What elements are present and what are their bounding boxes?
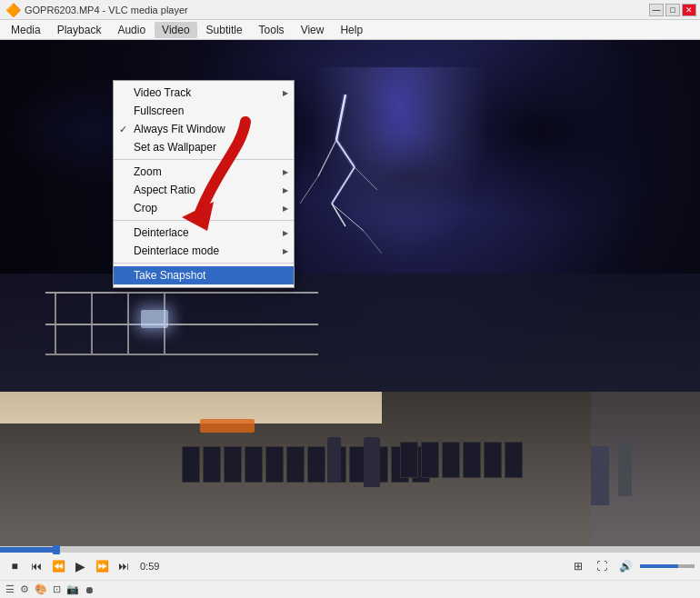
rail-bottom bbox=[45, 354, 318, 355]
person-2 bbox=[364, 437, 380, 487]
menu-wallpaper[interactable]: Set as Wallpaper bbox=[114, 138, 294, 156]
chair-r1 bbox=[400, 442, 418, 478]
svg-line-9 bbox=[336, 95, 345, 140]
chair-r6 bbox=[505, 442, 523, 478]
chair-r5 bbox=[484, 442, 502, 478]
svg-line-8 bbox=[355, 167, 377, 190]
menu-video[interactable]: Video bbox=[155, 22, 196, 38]
svg-line-4 bbox=[318, 140, 336, 176]
controls-row: ■ ⏮ ⏪ ▶ ⏩ ⏭ 0:59 ⊞ ⛶ 🔊 bbox=[0, 553, 700, 580]
forward-button[interactable]: ⏩ bbox=[93, 557, 111, 575]
svg-line-6 bbox=[332, 204, 364, 231]
chairs-right bbox=[400, 442, 523, 478]
separator-1 bbox=[114, 159, 294, 160]
menu-media[interactable]: Media bbox=[4, 22, 48, 38]
volume-slider[interactable] bbox=[640, 564, 695, 568]
menu-zoom[interactable]: Zoom bbox=[114, 163, 294, 181]
next-button[interactable]: ⏭ bbox=[115, 557, 133, 575]
chairs-container bbox=[182, 446, 430, 483]
menu-deinterlace-mode[interactable]: Deinterlace mode bbox=[114, 242, 294, 260]
right-controls: ⊞ ⛶ 🔊 bbox=[569, 557, 695, 575]
progress-handle bbox=[53, 545, 60, 554]
menu-video-track[interactable]: Video Track bbox=[114, 84, 294, 102]
chair-4 bbox=[245, 446, 263, 483]
svg-line-10 bbox=[336, 140, 355, 167]
menu-take-snapshot[interactable]: Take Snapshot bbox=[114, 266, 294, 284]
progress-bar[interactable] bbox=[0, 547, 700, 553]
video-area: Video Track Fullscreen Always Fit Window… bbox=[0, 40, 700, 564]
chair-3 bbox=[224, 446, 242, 483]
frame-icon[interactable]: ⊡ bbox=[53, 583, 61, 595]
record-icon[interactable]: ⏺ bbox=[85, 584, 95, 595]
menu-bar: Media Playback Audio Video Subtitle Tool… bbox=[0, 20, 700, 40]
aspect-ratio-button[interactable]: ⊞ bbox=[569, 557, 587, 575]
vlc-logo-icon: 🔶 bbox=[5, 3, 21, 17]
lightning-svg bbox=[273, 85, 418, 267]
svg-line-3 bbox=[332, 204, 345, 226]
menu-always-fit[interactable]: Always Fit Window bbox=[114, 120, 294, 138]
deck-section bbox=[0, 274, 700, 564]
chair-5 bbox=[265, 446, 284, 483]
deck-light bbox=[141, 310, 168, 328]
menu-view[interactable]: View bbox=[294, 22, 332, 38]
rail-mid bbox=[45, 324, 318, 325]
upper-deck-bg bbox=[0, 274, 700, 401]
time-display: 0:59 bbox=[140, 561, 159, 572]
svg-line-5 bbox=[300, 176, 318, 204]
menu-tools[interactable]: Tools bbox=[252, 22, 292, 38]
svg-line-7 bbox=[364, 231, 382, 254]
effects-icon[interactable]: 🎨 bbox=[35, 583, 47, 595]
close-button[interactable]: ✕ bbox=[682, 4, 696, 16]
chair-1 bbox=[182, 446, 200, 483]
menu-help[interactable]: Help bbox=[333, 22, 370, 38]
menu-subtitle[interactable]: Subtitle bbox=[199, 22, 250, 38]
minimize-button[interactable]: — bbox=[649, 4, 664, 16]
chair-2 bbox=[203, 446, 221, 483]
video-dropdown-menu: Video Track Fullscreen Always Fit Window… bbox=[113, 80, 295, 288]
person-1 bbox=[327, 437, 341, 483]
playlist-icon[interactable]: ☰ bbox=[5, 583, 15, 595]
rewind-button[interactable]: ⏪ bbox=[49, 557, 67, 575]
separator-2 bbox=[114, 220, 294, 221]
volume-fill bbox=[640, 564, 678, 568]
maximize-button[interactable]: □ bbox=[665, 4, 680, 16]
snapshot-icon[interactable]: 📷 bbox=[66, 583, 79, 595]
bottom-icons-row: ☰ ⚙ 🎨 ⊡ 📷 ⏺ bbox=[0, 580, 700, 598]
rail-top bbox=[45, 292, 318, 294]
chair-6 bbox=[286, 446, 305, 483]
window-title: GOPR6203.MP4 - VLC media player bbox=[25, 5, 188, 15]
chair-r2 bbox=[421, 442, 439, 478]
extended-settings-icon[interactable]: ⚙ bbox=[20, 583, 29, 595]
right-lit-area bbox=[591, 392, 700, 564]
menu-crop[interactable]: Crop bbox=[114, 199, 294, 217]
stop-button[interactable]: ■ bbox=[5, 557, 24, 575]
menu-playback[interactable]: Playback bbox=[50, 22, 109, 38]
fullscreen-button[interactable]: ⛶ bbox=[593, 557, 611, 575]
menu-fullscreen[interactable]: Fullscreen bbox=[114, 102, 294, 120]
svg-line-11 bbox=[332, 167, 355, 204]
menu-deinterlace[interactable]: Deinterlace bbox=[114, 224, 294, 242]
volume-button[interactable]: 🔊 bbox=[616, 557, 635, 575]
menu-aspect-ratio[interactable]: Aspect Ratio bbox=[114, 181, 294, 199]
chair-r4 bbox=[463, 442, 481, 478]
separator-3 bbox=[114, 263, 294, 264]
accent-light-1 bbox=[200, 419, 255, 433]
chair-r3 bbox=[442, 442, 460, 478]
window-controls: — □ ✕ bbox=[649, 4, 696, 16]
deck-overhang bbox=[0, 392, 382, 424]
play-button[interactable]: ▶ bbox=[71, 557, 89, 575]
title-bar: 🔶 GOPR6203.MP4 - VLC media player — □ ✕ bbox=[0, 0, 700, 20]
control-bar: ■ ⏮ ⏪ ▶ ⏩ ⏭ 0:59 ⊞ ⛶ 🔊 ☰ ⚙ 🎨 ⊡ 📷 ⏺ bbox=[0, 546, 700, 598]
prev-button[interactable]: ⏮ bbox=[27, 557, 45, 575]
menu-audio[interactable]: Audio bbox=[110, 22, 153, 38]
chair-7 bbox=[307, 446, 325, 483]
deck-surface bbox=[0, 392, 700, 564]
progress-bar-fill bbox=[0, 547, 56, 553]
